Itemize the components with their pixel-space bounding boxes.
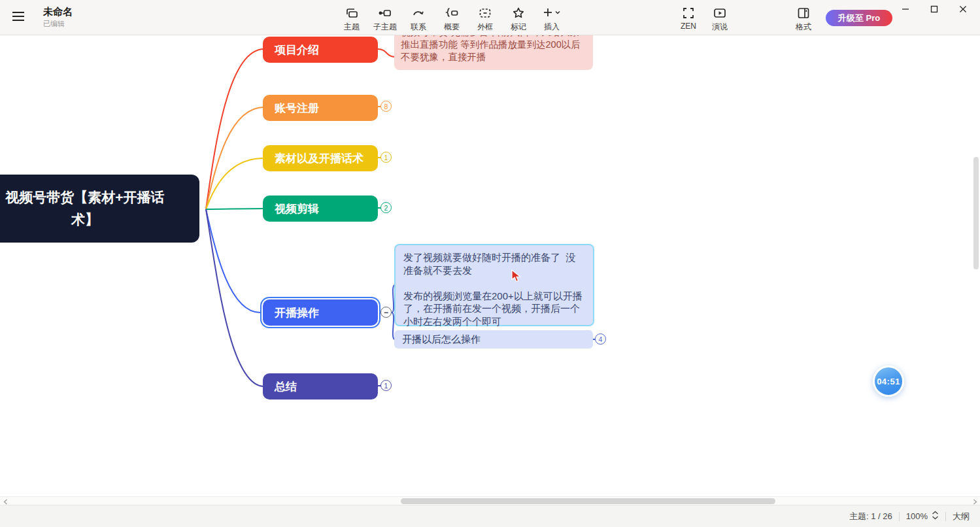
insert-label: 插入 bbox=[544, 22, 560, 33]
collapsed-count-badge[interactable]: 2 bbox=[380, 202, 392, 213]
branch-video-editing[interactable]: 视频剪辑 bbox=[263, 196, 378, 222]
zoom-stepper-icon[interactable] bbox=[932, 511, 939, 522]
outline-button[interactable]: 大纲 bbox=[953, 511, 970, 522]
branch-material-script[interactable]: 素材以及开播话术 bbox=[263, 145, 378, 171]
zoom-level: 100% bbox=[906, 511, 928, 521]
maximize-icon bbox=[930, 4, 938, 16]
timer-value: 04:51 bbox=[877, 377, 900, 386]
root-topic[interactable]: 视频号带货【素材+开播话术】 bbox=[0, 175, 199, 243]
document-status: 已编辑 bbox=[43, 19, 73, 29]
hamburger-icon bbox=[12, 11, 25, 24]
branch-summary[interactable]: 总结 bbox=[263, 373, 378, 400]
hamburger-menu-button[interactable] bbox=[9, 9, 27, 26]
boundary-button[interactable]: 外框 bbox=[471, 3, 499, 33]
collapsed-count-badge[interactable]: 8 bbox=[380, 101, 392, 112]
scroll-right-icon[interactable] bbox=[971, 498, 979, 505]
marker-label: 标记 bbox=[511, 22, 526, 33]
document-info: 未命名 已编辑 bbox=[43, 6, 73, 29]
collapsed-count-badge[interactable]: 1 bbox=[380, 152, 392, 163]
mindmap-canvas[interactable]: 视频号带货【素材+开播话术】 项目介绍 账号注册 素材以及开播话术 视频剪辑 开… bbox=[0, 35, 980, 496]
zoom-control[interactable]: 100% bbox=[906, 511, 939, 522]
branch-label: 开播操作 bbox=[275, 305, 319, 320]
collapse-toggle-button[interactable]: − bbox=[380, 307, 392, 318]
marker-icon bbox=[511, 5, 526, 21]
collapsed-count-badge[interactable]: 4 bbox=[595, 333, 606, 345]
statusbar-divider bbox=[899, 512, 900, 521]
note-broadcast-preparation[interactable]: 发了视频就要做好随时开播的准备了 没准备就不要去发 发布的视频浏览量在200+以… bbox=[394, 244, 594, 326]
window-controls bbox=[891, 0, 977, 20]
collapsed-count-badge[interactable]: 1 bbox=[380, 380, 392, 391]
horizontal-scrollbar-thumb[interactable] bbox=[401, 498, 775, 504]
scroll-left-icon[interactable] bbox=[1, 498, 9, 505]
branch-account-register[interactable]: 账号注册 bbox=[263, 95, 378, 121]
topic-icon bbox=[344, 5, 360, 21]
present-label: 演说 bbox=[712, 22, 728, 33]
vertical-scrollbar[interactable] bbox=[973, 157, 979, 269]
note-text: 开播以后怎么操作 bbox=[402, 333, 481, 346]
branch-label: 素材以及开播话术 bbox=[275, 151, 363, 166]
subtopic-button[interactable]: 子主题 bbox=[371, 3, 399, 33]
branch-label: 总结 bbox=[275, 379, 297, 394]
upgrade-pro-button[interactable]: 升级至 Pro bbox=[826, 10, 892, 26]
maximize-button[interactable] bbox=[920, 0, 949, 20]
format-panel-label: 格式 bbox=[796, 22, 811, 33]
zen-mode-button[interactable]: ZEN bbox=[675, 3, 702, 33]
summary-button[interactable]: 概要 bbox=[438, 3, 465, 33]
relationship-button[interactable]: 联系 bbox=[405, 3, 432, 33]
format-group: 格式 bbox=[790, 3, 817, 33]
branch-label: 视频剪辑 bbox=[275, 201, 319, 216]
branch-label: 账号注册 bbox=[275, 101, 319, 116]
note-after-broadcast[interactable]: 开播以后怎么操作 bbox=[394, 330, 593, 348]
marker-button[interactable]: 标记 bbox=[505, 3, 532, 33]
present-button[interactable]: 演说 bbox=[706, 3, 734, 33]
horizontal-scrollbar-track[interactable] bbox=[0, 496, 980, 505]
relationship-label: 联系 bbox=[411, 22, 426, 33]
zen-mode-icon bbox=[681, 5, 696, 21]
minimize-icon bbox=[902, 4, 909, 16]
close-icon bbox=[959, 4, 967, 16]
timer-bubble[interactable]: 04:51 bbox=[873, 366, 904, 397]
branch-project-intro[interactable]: 项目介绍 bbox=[263, 37, 378, 63]
root-topic-text: 视频号带货【素材+开播话术】 bbox=[0, 186, 171, 231]
statusbar: 主题: 1 / 26 100% 大纲 bbox=[0, 505, 980, 527]
format-panel-button[interactable]: 格式 bbox=[790, 3, 817, 33]
main-toolbar: 主题 子主题 联系 概要 外框 bbox=[338, 3, 566, 33]
toolbar-right-group: ZEN 演说 bbox=[675, 3, 734, 33]
topic-label: 主题 bbox=[344, 22, 360, 33]
boundary-icon bbox=[477, 5, 493, 21]
note-text: 发了视频就要做好随时开播的准备了 没准备就不要去发 发布的视频浏览量在200+以… bbox=[403, 251, 585, 328]
summary-label: 概要 bbox=[444, 22, 460, 33]
branch-label: 项目介绍 bbox=[275, 42, 319, 58]
insert-icon bbox=[541, 5, 562, 21]
present-icon bbox=[712, 5, 728, 21]
document-title: 未命名 bbox=[43, 6, 73, 18]
titlebar: 未命名 已编辑 主题 子主题 联系 概要 bbox=[0, 0, 980, 35]
boundary-label: 外框 bbox=[477, 22, 493, 33]
note-project-intro[interactable]: 视频号带货 无需多言 目前风口 今天给大家推出直播功能 等到作品播放量到达200… bbox=[394, 35, 593, 70]
relationship-icon bbox=[411, 5, 426, 21]
topic-button[interactable]: 主题 bbox=[338, 3, 365, 33]
subtopic-icon bbox=[377, 5, 393, 21]
statusbar-divider bbox=[945, 512, 946, 521]
format-panel-icon bbox=[796, 5, 811, 21]
branch-broadcast-operation[interactable]: 开播操作 bbox=[263, 299, 378, 326]
close-button[interactable] bbox=[949, 0, 977, 20]
zen-mode-label: ZEN bbox=[681, 22, 696, 31]
subtopic-label: 子主题 bbox=[373, 22, 397, 33]
note-text: 视频号带货 无需多言 目前风口 今天给大家推出直播功能 等到作品播放量到达200… bbox=[401, 35, 586, 63]
summary-icon bbox=[443, 5, 460, 21]
minimize-button[interactable] bbox=[891, 0, 920, 20]
insert-button[interactable]: 插入 bbox=[538, 3, 566, 33]
topic-count: 主题: 1 / 26 bbox=[849, 511, 892, 522]
